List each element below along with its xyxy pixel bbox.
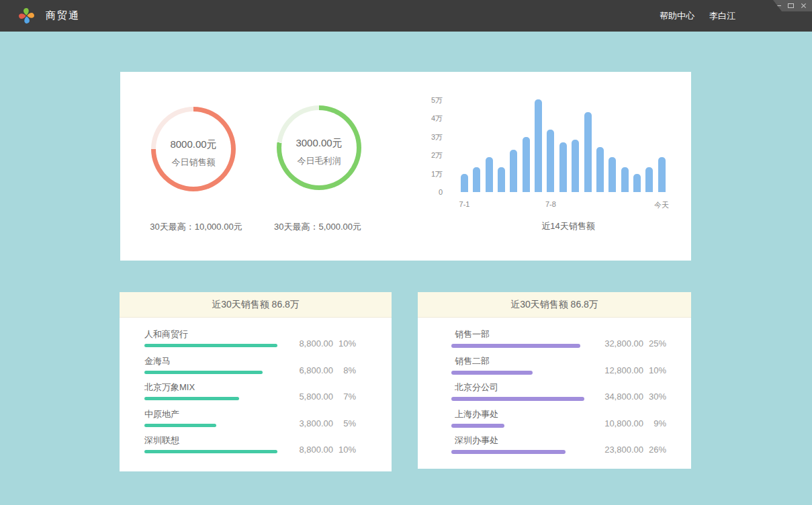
progress-bar — [451, 397, 584, 401]
amount-value: 32,800.00 — [596, 338, 643, 349]
amount-value: 8,800.00 — [286, 338, 333, 349]
amount-value: 6,800.00 — [286, 365, 333, 375]
bar — [658, 157, 666, 192]
progress-bar — [144, 397, 277, 400]
percent-value: 8% — [333, 365, 356, 375]
percent-value: 10% — [643, 365, 666, 375]
row-values: 12,800.0010% — [596, 365, 666, 375]
amount-value: 3,800.00 — [286, 418, 333, 428]
list-item: 上海办事处10,800.009% — [451, 409, 666, 436]
today-sales-gauge: 8000.00元 今日销售额 — [151, 107, 236, 191]
bar — [461, 174, 468, 192]
row-values: 32,800.0025% — [596, 338, 666, 349]
bar — [633, 174, 641, 192]
bar — [547, 130, 554, 192]
today-sales-value: 8000.00元 — [170, 138, 216, 151]
amount-value: 5,800.00 — [286, 392, 333, 402]
maximize-icon[interactable] — [788, 3, 794, 8]
titlebar-actions: 帮助中心 李白江 — [660, 0, 735, 32]
amount-value: 23,800.00 — [596, 445, 643, 455]
row-values: 5,800.007% — [286, 392, 356, 402]
progress-bar — [144, 450, 277, 453]
list-item: 人和商贸行8,800.0010% — [144, 329, 356, 356]
list-item: 销售二部12,800.0010% — [451, 356, 666, 383]
today-profit-label: 今日毛利润 — [298, 155, 341, 167]
list-item: 金海马6,800.008% — [144, 356, 356, 383]
list-item: 北京万象MIX5,800.007% — [144, 382, 356, 409]
dashboard: 8000.00元 今日销售额 3000.00元 今日毛利润 30天最高：10,0… — [0, 32, 812, 505]
row-values: 8,800.0010% — [286, 338, 356, 349]
row-values: 23,800.0026% — [596, 445, 666, 455]
app-title: 商贸通 — [46, 9, 80, 22]
percent-value: 7% — [333, 392, 356, 402]
app-window: 商贸通 帮助中心 李白江 8000.00元 今日销售额 — [0, 0, 812, 505]
y-tick-label: 5万 — [402, 95, 443, 105]
bar — [559, 142, 567, 192]
row-values: 10,800.009% — [596, 418, 666, 428]
department-sales-card-title: 近30天销售额 86.8万 — [418, 292, 691, 318]
customer-sales-card: 近30天销售额 86.8万 人和商贸行8,800.0010%金海马6,800.0… — [120, 292, 392, 471]
bar — [596, 147, 604, 192]
app-logo-icon — [17, 6, 36, 26]
brand: 商贸通 — [17, 0, 80, 32]
department-sales-list: 销售一部32,800.0025%销售二部12,800.0010%北京分公司34,… — [418, 318, 691, 462]
daily-sales-chart-title: 近14天销售额 — [461, 220, 676, 232]
percent-value: 10% — [333, 445, 356, 455]
bar — [608, 157, 616, 192]
percent-value: 10% — [333, 338, 356, 349]
percent-value: 5% — [333, 418, 356, 428]
y-axis: 5万4万3万2万1万0 — [402, 100, 443, 192]
progress-bar — [451, 424, 584, 428]
progress-bar — [451, 371, 584, 375]
y-tick-label: 1万 — [402, 169, 443, 179]
bar — [584, 112, 592, 192]
today-profit-value: 3000.00元 — [296, 137, 342, 150]
bar — [621, 167, 629, 192]
percent-value: 9% — [643, 418, 666, 428]
amount-value: 8,800.00 — [286, 445, 333, 455]
percent-value: 25% — [643, 338, 666, 349]
daily-sales-plot — [461, 100, 670, 192]
list-item: 中原地产3,800.005% — [144, 409, 356, 436]
help-center-link[interactable]: 帮助中心 — [660, 10, 694, 22]
progress-bar — [144, 424, 277, 427]
x-tick-label: 今天 — [654, 200, 669, 210]
list-item: 销售一部32,800.0025% — [451, 329, 666, 356]
percent-value: 26% — [643, 445, 666, 455]
minimize-icon[interactable] — [775, 5, 781, 6]
amount-value: 10,800.00 — [596, 418, 643, 428]
row-values: 6,800.008% — [286, 365, 356, 375]
x-axis: 7-17-8今天 — [461, 200, 670, 210]
close-icon[interactable] — [801, 3, 807, 9]
username[interactable]: 李白江 — [709, 10, 735, 22]
row-values: 8,800.0010% — [286, 445, 356, 455]
x-tick-label: 7-8 — [545, 200, 556, 208]
x-tick-label: 7-1 — [459, 200, 470, 208]
progress-bar — [144, 344, 277, 347]
profit-30d-max-note: 30天最高：5,000.00元 — [237, 221, 398, 233]
y-tick-label: 2万 — [402, 150, 443, 160]
y-tick-label: 3万 — [402, 132, 443, 142]
progress-bar — [144, 371, 277, 374]
bar — [486, 157, 493, 192]
list-item: 深圳联想8,800.0010% — [144, 435, 356, 462]
window-controls — [773, 0, 812, 11]
summary-card: 8000.00元 今日销售额 3000.00元 今日毛利润 30天最高：10,0… — [120, 72, 691, 261]
list-item: 北京分公司34,800.0030% — [451, 382, 666, 409]
y-tick-label: 4万 — [402, 113, 443, 124]
customer-sales-card-title: 近30天销售额 86.8万 — [120, 292, 392, 318]
bar — [572, 140, 579, 192]
bar — [645, 167, 653, 192]
bar — [535, 99, 542, 192]
progress-bar — [451, 450, 584, 454]
progress-bar — [451, 344, 584, 348]
customer-sales-list: 人和商贸行8,800.0010%金海马6,800.008%北京万象MIX5,80… — [120, 318, 392, 462]
row-values: 34,800.0030% — [596, 392, 666, 402]
bar — [523, 137, 530, 192]
percent-value: 30% — [643, 392, 666, 402]
list-item: 深圳办事处23,800.0026% — [451, 435, 666, 462]
bar — [473, 167, 480, 192]
amount-value: 12,800.00 — [596, 365, 643, 375]
bar — [498, 167, 505, 192]
today-sales-label: 今日销售额 — [172, 156, 216, 169]
